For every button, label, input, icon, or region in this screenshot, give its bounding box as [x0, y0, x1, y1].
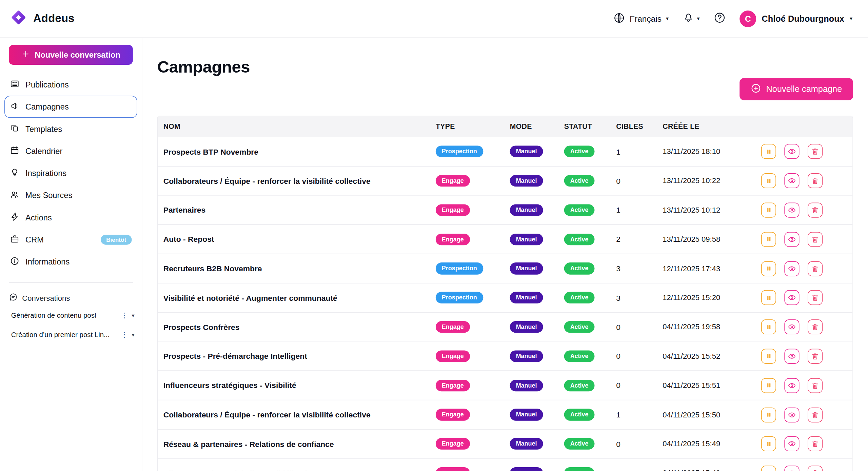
bolt-icon: [10, 212, 19, 223]
mode-badge: Manuel: [510, 321, 543, 333]
conversation-item[interactable]: Création d’un premier post Lin... ⋮ ▾: [0, 325, 142, 344]
pause-icon: [765, 148, 773, 156]
view-button[interactable]: [784, 144, 799, 159]
conversation-label: Génération de contenu post: [11, 311, 97, 319]
pause-button[interactable]: [761, 319, 776, 334]
pause-button[interactable]: [761, 466, 776, 471]
new-campaign-button[interactable]: Nouvelle campagne: [739, 78, 853, 100]
view-button[interactable]: [784, 436, 799, 451]
topbar: Addeus Français ▾ ▾: [0, 0, 868, 38]
table-row: Influenceurs stratégiques - Visibilité E…: [158, 371, 852, 400]
pause-button[interactable]: [761, 436, 776, 451]
language-selector[interactable]: Français ▾: [614, 12, 669, 25]
chevron-down-icon[interactable]: ▾: [132, 332, 135, 337]
sidebar-item-campagnes[interactable]: Campagnes: [4, 96, 137, 118]
delete-button[interactable]: [808, 203, 823, 218]
delete-button[interactable]: [808, 349, 823, 364]
table-row: Collaborateurs / Équipe - renforcer la v…: [158, 166, 852, 195]
pause-button[interactable]: [761, 261, 776, 276]
kebab-menu-icon[interactable]: ⋮: [121, 331, 128, 339]
sidebar-item-inspirations[interactable]: Inspirations: [4, 162, 137, 184]
pause-button[interactable]: [761, 173, 776, 188]
sidebar-item-templates[interactable]: Templates: [4, 118, 137, 140]
pause-button[interactable]: [761, 349, 776, 364]
table-row: Prospects Confrères Engage Manuel Active…: [158, 312, 852, 341]
copy-icon: [10, 123, 19, 135]
notifications-button[interactable]: ▾: [683, 12, 700, 25]
new-conversation-button[interactable]: Nouvelle conversation: [9, 45, 133, 65]
view-button[interactable]: [784, 173, 799, 188]
view-button[interactable]: [784, 290, 799, 305]
delete-button[interactable]: [808, 232, 823, 247]
topbar-right: Français ▾ ▾: [614, 10, 853, 27]
sidebar-item-calendrier[interactable]: Calendrier: [4, 140, 137, 162]
delete-button[interactable]: [808, 378, 823, 393]
sidebar-item-actions[interactable]: Actions: [4, 207, 137, 229]
header-type: TYPE: [436, 122, 510, 131]
view-button[interactable]: [784, 232, 799, 247]
sidebar-item-mes-sources[interactable]: Mes Sources: [4, 184, 137, 207]
delete-button[interactable]: [808, 319, 823, 334]
help-button[interactable]: [714, 11, 726, 25]
delete-button[interactable]: [808, 436, 823, 451]
type-badge: Engage: [436, 350, 470, 362]
user-menu[interactable]: C Chloé Dubourgnoux ▾: [739, 10, 852, 27]
pause-icon: [765, 235, 773, 243]
plus-icon: [21, 50, 29, 60]
trash-icon: [811, 206, 819, 214]
targets-count: 1: [616, 206, 663, 215]
chevron-down-icon[interactable]: ▾: [132, 313, 135, 318]
type-badge: Engage: [436, 409, 470, 421]
delete-button[interactable]: [808, 466, 823, 471]
type-badge: Engage: [436, 321, 470, 333]
pause-button[interactable]: [761, 232, 776, 247]
view-button[interactable]: [784, 349, 799, 364]
status-badge: Active: [564, 175, 595, 187]
user-name: Chloé Dubourgnoux: [762, 14, 844, 23]
pause-button[interactable]: [761, 290, 776, 305]
pause-button[interactable]: [761, 378, 776, 393]
pause-icon: [765, 440, 773, 448]
view-button[interactable]: [784, 319, 799, 334]
pause-icon: [765, 294, 773, 302]
view-button[interactable]: [784, 466, 799, 471]
created-date: 04/11/2025 15:51: [663, 381, 761, 390]
view-button[interactable]: [784, 407, 799, 422]
campaign-name: Recruteurs B2B Novembre: [163, 264, 436, 273]
view-button[interactable]: [784, 261, 799, 276]
delete-button[interactable]: [808, 173, 823, 188]
sidebar-item-publications[interactable]: Publications: [4, 74, 137, 96]
delete-button[interactable]: [808, 261, 823, 276]
trash-icon: [811, 323, 819, 331]
lightbulb-icon: [10, 168, 19, 179]
mode-badge: Manuel: [510, 292, 543, 304]
sidebar-item-label: CRM: [25, 235, 44, 244]
sidebar-item-informations[interactable]: Informations: [4, 251, 137, 273]
eye-icon: [788, 411, 796, 419]
conversation-item[interactable]: Génération de contenu post ⋮ ▾: [0, 306, 142, 325]
users-icon: [10, 190, 19, 201]
targets-count: 2: [616, 235, 663, 244]
delete-button[interactable]: [808, 290, 823, 305]
pause-button[interactable]: [761, 203, 776, 218]
delete-button[interactable]: [808, 407, 823, 422]
trash-icon: [811, 264, 819, 273]
view-button[interactable]: [784, 203, 799, 218]
sidebar-item-crm[interactable]: CRM Bientôt: [4, 229, 137, 251]
table-row: Prospects BTP Novembre Prospection Manue…: [158, 137, 852, 166]
mode-badge: Manuel: [510, 233, 543, 245]
created-date: 13/11/2025 09:58: [663, 235, 761, 243]
sidebar-divider: [9, 282, 133, 283]
trash-icon: [811, 294, 819, 302]
view-button[interactable]: [784, 378, 799, 393]
pause-button[interactable]: [761, 407, 776, 422]
kebab-menu-icon[interactable]: ⋮: [121, 311, 128, 319]
trash-icon: [811, 352, 819, 360]
pause-button[interactable]: [761, 144, 776, 159]
delete-button[interactable]: [808, 144, 823, 159]
eye-icon: [788, 264, 796, 273]
chat-icon: [9, 293, 18, 303]
sidebar-item-label: Actions: [25, 213, 52, 222]
trash-icon: [811, 148, 819, 156]
campaign-name: Clients actuels - Suivi client & fidélis…: [163, 469, 436, 471]
